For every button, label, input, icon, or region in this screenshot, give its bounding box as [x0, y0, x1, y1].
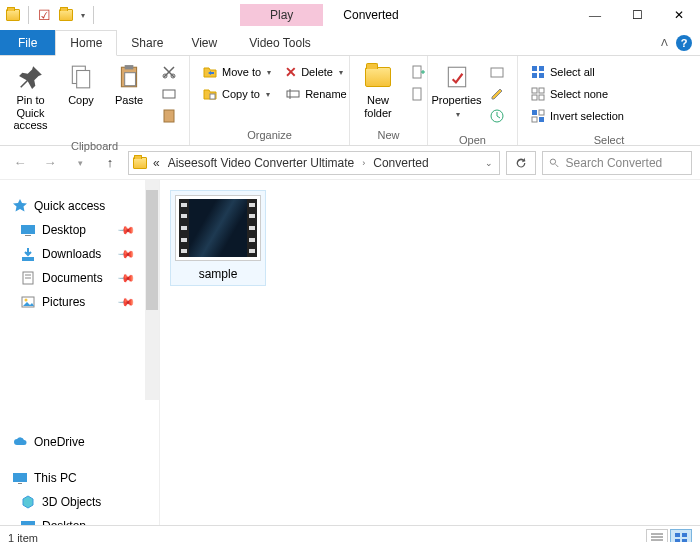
- address-bar[interactable]: « Aiseesoft Video Converter Ultimate › C…: [128, 151, 500, 175]
- breadcrumb-part[interactable]: Converted: [371, 156, 430, 170]
- breadcrumb-part[interactable]: Aiseesoft Video Converter Ultimate: [166, 156, 357, 170]
- properties-button[interactable]: Properties ▾: [434, 60, 479, 121]
- navigation-pane: Quick access Desktop 📌 Downloads 📌 Docum…: [0, 180, 160, 525]
- collapse-ribbon-button[interactable]: ᐱ: [661, 37, 668, 48]
- pictures-label: Pictures: [42, 295, 85, 309]
- new-folder-label: New folder: [360, 94, 396, 119]
- sidebar-quick-access[interactable]: Quick access: [4, 194, 155, 218]
- rename-icon: [285, 86, 301, 102]
- folder-icon: [133, 157, 147, 169]
- document-icon: [20, 270, 36, 286]
- chevron-down-icon[interactable]: ⌄: [483, 158, 495, 168]
- open-label: Open: [428, 132, 517, 150]
- invert-selection-button[interactable]: Invert selection: [526, 106, 628, 126]
- svg-rect-28: [539, 117, 544, 122]
- folder-icon[interactable]: [4, 6, 22, 24]
- paste-icon: [114, 62, 144, 92]
- rename-button[interactable]: Rename: [281, 84, 351, 104]
- svg-rect-44: [675, 533, 680, 537]
- history-button[interactable]: [485, 106, 509, 126]
- video-thumbnail: [175, 195, 261, 261]
- minimize-button[interactable]: —: [574, 0, 616, 30]
- tab-share[interactable]: Share: [117, 30, 177, 55]
- back-button[interactable]: ←: [8, 151, 32, 175]
- play-context-label[interactable]: Play: [240, 4, 323, 26]
- sidebar-desktop2[interactable]: Desktop: [4, 514, 155, 525]
- up-button[interactable]: ↑: [98, 151, 122, 175]
- maximize-button[interactable]: ☐: [616, 0, 658, 30]
- ribbon-group-organize: Move to▾ Copy to▾ ✕ Delete▾ Rename: [190, 56, 350, 145]
- copy-button[interactable]: Copy: [59, 60, 103, 109]
- new-item-button[interactable]: [406, 62, 430, 82]
- recent-dropdown[interactable]: ▾: [68, 151, 92, 175]
- tab-file[interactable]: File: [0, 30, 55, 55]
- ribbon-group-clipboard: Pin to Quick access Copy Paste Clipboard: [0, 56, 190, 145]
- svg-rect-23: [532, 95, 537, 100]
- breadcrumb-prefix: «: [151, 156, 162, 170]
- 3d-objects-label: 3D Objects: [42, 495, 101, 509]
- new-folder-qat-icon[interactable]: [57, 6, 75, 24]
- sidebar-3d-objects[interactable]: 3D Objects: [4, 490, 155, 514]
- sidebar-scrollbar[interactable]: [145, 180, 159, 400]
- sidebar-documents[interactable]: Documents 📌: [4, 266, 155, 290]
- thumbnails-view-button[interactable]: [670, 529, 692, 543]
- move-to-button[interactable]: Move to▾: [198, 62, 275, 82]
- pin-to-quick-access-button[interactable]: Pin to Quick access: [6, 60, 55, 134]
- file-item[interactable]: sample: [170, 190, 266, 286]
- properties-label: Properties: [431, 94, 481, 106]
- refresh-button[interactable]: [506, 151, 536, 175]
- star-icon: [12, 198, 28, 214]
- qat-dropdown[interactable]: ▾: [79, 11, 87, 20]
- select-all-button[interactable]: Select all: [526, 62, 628, 82]
- sidebar-downloads[interactable]: Downloads 📌: [4, 242, 155, 266]
- tab-home[interactable]: Home: [55, 30, 117, 56]
- chevron-right-icon[interactable]: ›: [360, 158, 367, 168]
- forward-button[interactable]: →: [38, 151, 62, 175]
- select-none-button[interactable]: Select none: [526, 84, 628, 104]
- svg-rect-24: [539, 95, 544, 100]
- file-list[interactable]: sample: [160, 180, 700, 525]
- new-folder-button[interactable]: New folder: [356, 60, 400, 121]
- item-count: 1 item: [8, 532, 38, 543]
- cloud-icon: [12, 434, 28, 450]
- easy-access-button[interactable]: [406, 84, 430, 104]
- properties-qat-icon[interactable]: ☑: [35, 6, 53, 24]
- svg-rect-40: [21, 521, 35, 525]
- paste-button[interactable]: Paste: [107, 60, 151, 109]
- sidebar-onedrive[interactable]: OneDrive: [4, 430, 155, 454]
- delete-button[interactable]: ✕ Delete▾: [281, 62, 351, 82]
- close-button[interactable]: ✕: [658, 0, 700, 30]
- svg-rect-14: [448, 67, 465, 87]
- cut-button[interactable]: [157, 62, 181, 82]
- sidebar-desktop[interactable]: Desktop 📌: [4, 218, 155, 242]
- scrollbar-thumb[interactable]: [146, 190, 158, 310]
- ribbon-group-open: Properties ▾ Open: [428, 56, 518, 145]
- tab-video-tools[interactable]: Video Tools: [235, 30, 325, 55]
- copy-to-icon: [202, 86, 218, 102]
- search-input[interactable]: [566, 156, 685, 170]
- tab-view[interactable]: View: [177, 30, 231, 55]
- svg-rect-20: [539, 73, 544, 78]
- details-icon: [651, 533, 663, 543]
- edit-button[interactable]: [485, 84, 509, 104]
- desktop2-label: Desktop: [42, 519, 86, 525]
- copy-to-button[interactable]: Copy to▾: [198, 84, 275, 104]
- pin-icon: [16, 62, 46, 92]
- details-view-button[interactable]: [646, 529, 668, 543]
- svg-rect-9: [210, 94, 215, 99]
- pin-icon: 📌: [116, 220, 135, 239]
- svg-line-30: [556, 164, 559, 167]
- svg-rect-31: [21, 225, 35, 234]
- sidebar-pictures[interactable]: Pictures 📌: [4, 290, 155, 314]
- title-bar: ☑ ▾ Play Converted — ☐ ✕: [0, 0, 700, 30]
- pin-label: Pin to Quick access: [10, 94, 51, 132]
- help-button[interactable]: ?: [676, 35, 692, 51]
- search-box[interactable]: [542, 151, 692, 175]
- sidebar-this-pc[interactable]: This PC: [4, 466, 155, 490]
- open-button[interactable]: [485, 62, 509, 82]
- move-to-label: Move to: [222, 66, 261, 78]
- window-title: Converted: [343, 8, 398, 22]
- paste-shortcut-button[interactable]: [157, 106, 181, 126]
- cube-icon: [20, 494, 36, 510]
- copy-path-button[interactable]: [157, 84, 181, 104]
